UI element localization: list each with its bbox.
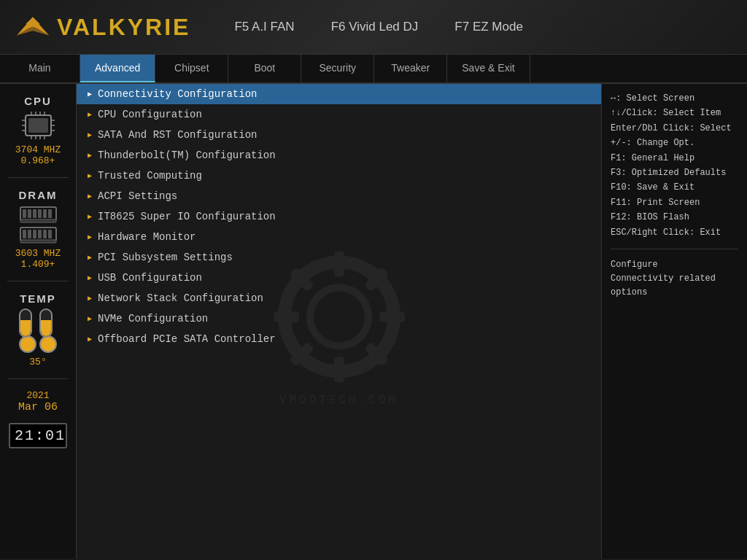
cpu-freq: 3704 MHZ — [0, 144, 76, 155]
menu-item-trusted[interactable]: ▶ Trusted Computing — [77, 166, 601, 186]
main-area: CPU 3704 MHZ 0.968+ — [0, 84, 747, 559]
date-year: 2021 — [18, 390, 58, 401]
svg-rect-21 — [23, 209, 26, 218]
dram-label: DRAM — [0, 189, 76, 201]
thermo-bulb-2 — [39, 335, 57, 353]
arrow-icon-0: ▶ — [88, 90, 92, 98]
help-line-7: F11: Print Screen — [611, 195, 738, 210]
tab-bar: Main Advanced Chipset Boot Security Twea… — [0, 55, 747, 84]
tab-security[interactable]: Security — [301, 55, 374, 82]
menu-item-connectivity[interactable]: ▶ Connectivity Configuration — [77, 84, 601, 104]
help-navigation: ↔: Select Screen ↑↓/Click: Select Item E… — [611, 91, 738, 240]
svg-rect-5 — [28, 118, 48, 133]
svg-rect-35 — [20, 240, 56, 243]
menu-item-thunderbolt[interactable]: ▶ Thunderbolt(TM) Configuration — [77, 145, 601, 166]
menu-item-label-4: Trusted Computing — [98, 170, 202, 182]
tab-boot[interactable]: Boot — [228, 55, 301, 82]
svg-rect-39 — [334, 357, 344, 382]
thermo-fill-1 — [20, 320, 31, 336]
tab-tweaker[interactable]: Tweaker — [374, 55, 447, 82]
svg-rect-45 — [334, 357, 344, 382]
menu-item-nvme[interactable]: ▶ NVMe Configuration — [77, 308, 601, 329]
svg-rect-23 — [33, 209, 36, 218]
sidebar-divider-3 — [7, 378, 68, 379]
logo-text: VALKYRIE — [57, 14, 190, 41]
arrow-icon-4: ▶ — [88, 171, 92, 180]
menu-item-hardware-monitor[interactable]: ▶ Hardware Monitor — [77, 227, 601, 247]
content-area: VMODTECH.COM ▶ Connectivity Configuratio… — [77, 84, 601, 559]
arrow-icon-6: ▶ — [88, 212, 92, 221]
help-divider — [611, 249, 738, 249]
sidebar: CPU 3704 MHZ 0.968+ — [0, 84, 77, 559]
menu-item-usb[interactable]: ▶ USB Configuration — [77, 268, 601, 288]
menu-item-label-10: Network Stack Configuration — [98, 292, 263, 304]
thermo-bulb-1 — [19, 335, 36, 353]
svg-rect-34 — [48, 230, 52, 238]
svg-rect-24 — [38, 209, 42, 218]
sidebar-temp-section: TEMP 35° — [0, 289, 76, 371]
arrow-icon-7: ▶ — [88, 233, 92, 241]
arrow-icon-8: ▶ — [88, 253, 92, 262]
tab-main[interactable]: Main — [0, 55, 80, 82]
help-line-5: F3: Optimized Defaults — [611, 166, 738, 180]
help-line-8: F12: BIOS Flash — [611, 210, 738, 225]
thermo-fill-2 — [41, 320, 51, 336]
dram-icon — [18, 203, 58, 225]
arrow-icon-5: ▶ — [88, 192, 92, 201]
help-line-3: +/-: Change Opt. — [611, 136, 738, 150]
menu-item-sata-rst[interactable]: ▶ SATA And RST Configuration — [77, 125, 601, 145]
svg-marker-3 — [33, 17, 49, 35]
logo-icon — [15, 15, 51, 40]
menu-item-label-9: USB Configuration — [98, 272, 202, 284]
right-panel: ↔: Select Screen ↑↓/Click: Select Item E… — [601, 84, 747, 559]
shortcut-f6[interactable]: F6 Vivid Led DJ — [331, 20, 419, 34]
cpu-label: CPU — [0, 95, 76, 107]
menu-item-offboard[interactable]: ▶ Offboard PCIe SATA Controller — [77, 329, 601, 349]
menu-item-cpu-config[interactable]: ▶ CPU Configuration — [77, 104, 601, 125]
tab-advanced[interactable]: Advanced — [80, 55, 155, 82]
arrow-icon-3: ▶ — [88, 151, 92, 160]
menu-item-label-12: Offboard PCIe SATA Controller — [98, 333, 276, 345]
svg-rect-27 — [20, 219, 56, 222]
dram-voltage: 1.409+ — [0, 259, 76, 270]
thermometer-1 — [19, 308, 32, 338]
svg-rect-26 — [48, 209, 52, 218]
menu-item-label-6: IT8625 Super IO Configuration — [98, 211, 276, 222]
temp-value: 35° — [0, 357, 76, 368]
arrow-icon-9: ▶ — [88, 273, 92, 282]
tab-chipset[interactable]: Chipset — [155, 55, 228, 82]
menu-item-label-1: CPU Configuration — [98, 109, 202, 120]
help-description: ConfigureConnectivity relatedoptions — [611, 258, 738, 300]
arrow-icon-12: ▶ — [88, 335, 92, 343]
menu-item-pci-subsystem[interactable]: ▶ PCI Subsystem Settings — [77, 247, 601, 268]
menu-item-label-2: SATA And RST Configuration — [98, 129, 257, 141]
date-monthday: Mar 06 — [18, 401, 58, 413]
watermark-text: VMODTECH.COM — [259, 393, 419, 406]
menu-item-network-stack[interactable]: ▶ Network Stack Configuration — [77, 288, 601, 308]
svg-rect-22 — [28, 209, 31, 218]
menu-item-label-8: PCI Subsystem Settings — [98, 252, 233, 263]
shortcut-f5[interactable]: F5 A.I FAN — [234, 20, 294, 34]
help-line-6: F10: Save & Exit — [611, 180, 738, 195]
menu-list: ▶ Connectivity Configuration ▶ CPU Confi… — [77, 84, 601, 349]
shortcut-f7[interactable]: F7 EZ Mode — [454, 20, 523, 34]
dram-freq: 3603 MHZ — [0, 248, 76, 259]
tab-save-exit[interactable]: Save & Exit — [447, 55, 530, 82]
header-shortcuts: F5 A.I FAN F6 Vivid Led DJ F7 EZ Mode — [234, 20, 522, 34]
help-line-1: ↑↓/Click: Select Item — [611, 106, 738, 120]
arrow-icon-10: ▶ — [88, 294, 92, 303]
menu-item-acpi[interactable]: ▶ ACPI Settings — [77, 186, 601, 206]
logo-area: VALKYRIE — [15, 14, 190, 41]
svg-rect-25 — [43, 209, 47, 218]
menu-item-it8625[interactable]: ▶ IT8625 Super IO Configuration — [77, 206, 601, 227]
svg-marker-2 — [17, 17, 33, 35]
cpu-icon — [18, 109, 58, 142]
svg-rect-29 — [23, 230, 26, 238]
svg-rect-32 — [38, 230, 42, 238]
thermometer-container — [0, 308, 76, 353]
date-area: 2021 Mar 06 — [18, 390, 58, 413]
menu-item-label-5: ACPI Settings — [98, 190, 177, 202]
thermometer-2 — [39, 308, 53, 338]
sidebar-divider-2 — [7, 281, 68, 281]
sidebar-divider-1 — [7, 177, 68, 178]
